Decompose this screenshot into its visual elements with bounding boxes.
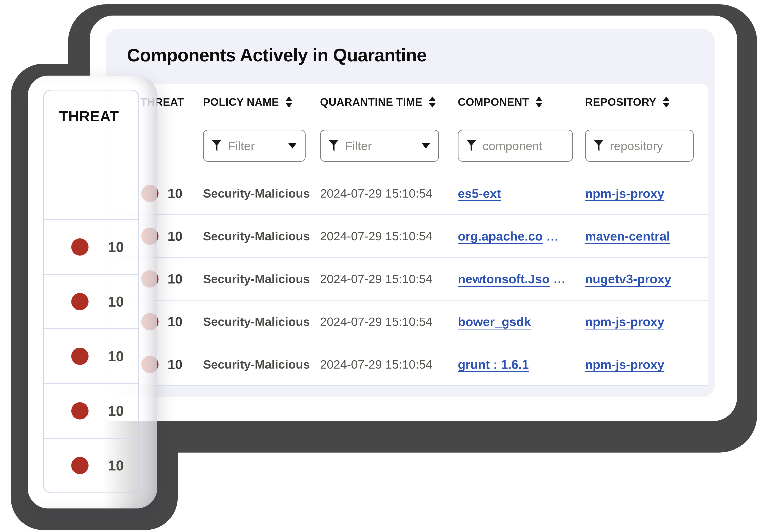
- policy-name-cell: Security-Malicious: [203, 186, 320, 200]
- policy-name-cell: Security-Malicious: [203, 229, 320, 243]
- repository-link[interactable]: maven-central: [585, 229, 670, 243]
- column-header-quarantine-time: QUARANTINE TIME: [320, 96, 458, 108]
- funnel-icon: [467, 140, 476, 151]
- column-header-label: COMPONENT: [458, 96, 529, 108]
- table-row: 10 Security-Malicious 2024-07-29 15:10:5…: [112, 172, 708, 215]
- quarantine-table: THREAT POLICY NAME QUARANTINE TIME COMPO…: [112, 84, 708, 386]
- table-row: 10 Security-Malicious 2024-07-29 15:10:5…: [112, 301, 708, 343]
- component-filter-box: [458, 130, 573, 162]
- column-header-label: QUARANTINE TIME: [320, 96, 422, 108]
- repository-filter-box: [585, 130, 694, 162]
- repository-link[interactable]: nugetv3-proxy: [585, 272, 672, 286]
- table-header-row: THREAT POLICY NAME QUARANTINE TIME COMPO…: [112, 84, 708, 120]
- table-row: 10 Security-Malicious 2024-07-29 15:10:5…: [112, 215, 708, 258]
- component-link[interactable]: grunt : 1.6.1: [458, 357, 529, 372]
- threat-row: 10: [44, 329, 138, 384]
- repository-link[interactable]: npm-js-proxy: [585, 186, 664, 201]
- threat-callout-card: THREAT 10 10 10 10 10: [28, 76, 157, 509]
- threat-level-value: 10: [168, 357, 183, 372]
- policy-name-cell: Security-Malicious: [203, 272, 320, 286]
- threat-level-value: 10: [168, 228, 183, 244]
- threat-level-value: 10: [168, 314, 183, 329]
- ellipsis-text: …: [550, 272, 566, 286]
- threat-level-value: 10: [108, 293, 124, 310]
- component-filter-input[interactable]: [483, 139, 564, 153]
- threat-level-value: 10: [108, 239, 124, 255]
- threat-row: 10: [44, 384, 138, 439]
- page-title: Components Actively in Quarantine: [127, 44, 427, 67]
- threat-callout-header: THREAT: [44, 90, 138, 220]
- policy-name-cell: Security-Malicious: [203, 357, 320, 371]
- threat-row: 10: [44, 220, 138, 275]
- threat-level-value: 10: [168, 186, 183, 201]
- funnel-icon: [594, 140, 603, 151]
- component-link[interactable]: org.apache.co: [458, 229, 543, 243]
- component-link[interactable]: bower_gsdk: [458, 315, 531, 329]
- sort-icon-policy-name[interactable]: [286, 96, 293, 108]
- threat-level-value: 10: [168, 271, 183, 286]
- repository-filter-input[interactable]: [610, 139, 685, 153]
- threat-level-dot: [71, 293, 88, 310]
- column-header-repository: REPOSITORY: [585, 96, 708, 108]
- ellipsis-text: …: [543, 229, 559, 243]
- threat-row: 10: [44, 439, 138, 492]
- repository-link[interactable]: npm-js-proxy: [585, 357, 664, 372]
- filter-label: Filter: [345, 139, 372, 153]
- quarantine-time-filter-dropdown[interactable]: Filter: [320, 130, 439, 162]
- sort-icon-quarantine-time[interactable]: [429, 96, 436, 108]
- component-link[interactable]: newtonsoft.Jso: [458, 272, 550, 286]
- quarantine-time-cell: 2024-07-29 15:10:54: [320, 272, 458, 286]
- column-header-policy-name: POLICY NAME: [203, 96, 320, 108]
- threat-row: 10: [44, 275, 138, 329]
- threat-level-dot: [71, 238, 88, 256]
- policy-filter-dropdown[interactable]: Filter: [203, 130, 306, 162]
- funnel-icon: [212, 140, 221, 151]
- threat-level-dot: [71, 457, 88, 474]
- caret-down-icon: [288, 143, 297, 149]
- funnel-icon: [329, 140, 338, 151]
- threat-level-value: 10: [108, 457, 124, 474]
- quarantine-time-cell: 2024-07-29 15:10:54: [320, 315, 458, 329]
- dashboard-card: Components Actively in Quarantine THREAT…: [89, 16, 737, 421]
- table-row: 10 Security-Malicious 2024-07-29 15:10:5…: [112, 343, 708, 386]
- threat-level-dot: [71, 402, 88, 419]
- column-header-label: REPOSITORY: [585, 96, 656, 108]
- table-filter-row: Filter Filter: [112, 120, 708, 172]
- quarantine-panel: Components Actively in Quarantine THREAT…: [106, 29, 715, 397]
- threat-level-dot: [71, 348, 88, 365]
- threat-level-value: 10: [108, 348, 124, 364]
- column-header-label: POLICY NAME: [203, 96, 279, 108]
- quarantine-time-cell: 2024-07-29 15:10:54: [320, 186, 458, 200]
- quarantine-time-cell: 2024-07-29 15:10:54: [320, 357, 458, 371]
- filter-label: Filter: [228, 139, 255, 153]
- quarantine-time-cell: 2024-07-29 15:10:54: [320, 229, 458, 243]
- component-link[interactable]: es5-ext: [458, 186, 501, 201]
- caret-down-icon: [422, 143, 430, 149]
- column-header-component: COMPONENT: [458, 96, 585, 108]
- sort-icon-component[interactable]: [535, 96, 542, 108]
- table-row: 10 Security-Malicious 2024-07-29 15:10:5…: [112, 258, 708, 301]
- policy-name-cell: Security-Malicious: [203, 315, 320, 329]
- threat-callout-table: THREAT 10 10 10 10 10: [43, 90, 139, 493]
- repository-link[interactable]: npm-js-proxy: [585, 315, 664, 329]
- threat-level-value: 10: [108, 403, 124, 419]
- sort-icon-repository[interactable]: [663, 96, 670, 108]
